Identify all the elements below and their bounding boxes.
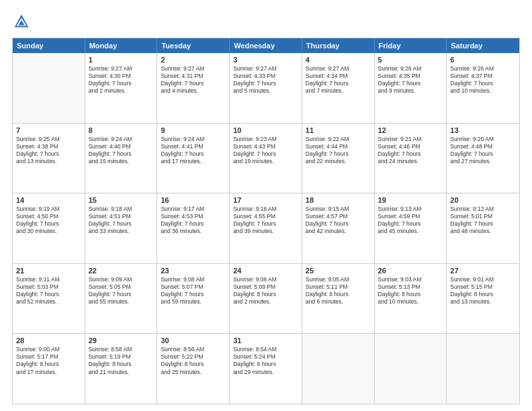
day-number: 2	[161, 56, 226, 64]
cell-info-line: and 10 minutes.	[378, 298, 443, 306]
cell-info-line: Daylight: 7 hours	[450, 80, 516, 87]
calendar-cell	[302, 334, 375, 404]
calendar-cell: 13Sunrise: 9:20 AMSunset: 4:48 PMDayligh…	[447, 124, 519, 193]
day-number: 13	[450, 126, 516, 134]
cell-info-line: Daylight: 7 hours	[161, 80, 226, 87]
cell-info-line: Sunrise: 9:11 AM	[16, 276, 81, 283]
calendar-cell: 11Sunrise: 9:22 AMSunset: 4:44 PMDayligh…	[302, 124, 375, 193]
calendar-cell: 7Sunrise: 9:25 AMSunset: 4:38 PMDaylight…	[13, 124, 85, 193]
cell-info-line: Sunrise: 9:26 AM	[450, 65, 516, 73]
page: SundayMondayTuesdayWednesdayThursdayFrid…	[0, 0, 532, 411]
calendar-cell	[447, 334, 519, 404]
cell-info-line: Sunset: 4:53 PM	[161, 213, 226, 220]
calendar-cell: 16Sunrise: 9:17 AMSunset: 4:53 PMDayligh…	[157, 193, 230, 263]
calendar-cell: 31Sunrise: 8:54 AMSunset: 5:24 PMDayligh…	[230, 334, 302, 404]
day-number: 30	[161, 336, 226, 345]
cell-info-line: Sunrise: 9:20 AM	[450, 136, 516, 143]
cell-info-line: and 19 minutes.	[233, 158, 298, 165]
cell-info-line: Sunset: 5:19 PM	[89, 353, 154, 361]
cell-info-line: Daylight: 7 hours	[161, 220, 226, 228]
cell-info-line: Daylight: 8 hours	[233, 291, 298, 298]
cell-info-line: and 17 minutes.	[16, 369, 81, 376]
cell-info-line: and 48 minutes.	[450, 228, 516, 235]
cell-info-line: Sunset: 4:43 PM	[233, 143, 298, 150]
cell-info-line: Daylight: 8 hours	[89, 361, 154, 368]
calendar-cell: 4Sunrise: 9:27 AMSunset: 4:34 PMDaylight…	[302, 53, 375, 123]
cell-info-line: Sunrise: 9:00 AM	[16, 346, 81, 353]
cell-info-line: Daylight: 7 hours	[89, 220, 154, 228]
cell-info-line: and 9 minutes.	[378, 87, 443, 95]
cell-info-line: and 45 minutes.	[378, 228, 443, 235]
weekday-header: Saturday	[447, 38, 519, 53]
calendar-cell: 10Sunrise: 9:23 AMSunset: 4:43 PMDayligh…	[230, 124, 302, 193]
day-number: 11	[306, 126, 371, 134]
cell-info-line: Sunset: 5:17 PM	[16, 353, 81, 361]
calendar-cell: 5Sunrise: 9:26 AMSunset: 4:35 PMDaylight…	[375, 53, 447, 123]
calendar-cell: 24Sunrise: 9:06 AMSunset: 5:09 PMDayligh…	[230, 264, 302, 334]
cell-info-line: Daylight: 7 hours	[161, 150, 226, 158]
cell-info-line: Sunrise: 9:25 AM	[16, 136, 81, 143]
cell-info-line: Sunrise: 9:19 AM	[16, 205, 81, 213]
day-number: 9	[161, 126, 226, 134]
cell-info-line: Sunrise: 9:27 AM	[306, 65, 371, 73]
cell-info-line: Daylight: 7 hours	[378, 80, 443, 87]
cell-info-line: Sunrise: 9:08 AM	[161, 276, 226, 283]
day-number: 5	[378, 56, 443, 64]
weekday-header: Friday	[375, 38, 447, 53]
cell-info-line: Sunset: 4:51 PM	[89, 213, 154, 220]
cell-info-line: and 15 minutes.	[89, 158, 154, 165]
cell-info-line: and 17 minutes.	[161, 158, 226, 165]
calendar-cell: 22Sunrise: 9:09 AMSunset: 5:05 PMDayligh…	[85, 264, 158, 334]
day-number: 7	[16, 126, 81, 134]
day-number: 21	[16, 267, 81, 275]
cell-info-line: and 30 minutes.	[16, 228, 81, 235]
day-number: 1	[89, 56, 154, 64]
cell-info-line: Sunrise: 9:21 AM	[378, 136, 443, 143]
header	[12, 12, 520, 31]
cell-info-line: Sunset: 4:31 PM	[161, 73, 226, 80]
day-number: 17	[233, 196, 298, 204]
cell-info-line: Sunrise: 9:18 AM	[89, 205, 154, 213]
cell-info-line: Sunrise: 9:16 AM	[233, 205, 298, 213]
calendar-row: 14Sunrise: 9:19 AMSunset: 4:50 PMDayligh…	[13, 193, 519, 263]
calendar-body: 1Sunrise: 9:27 AMSunset: 4:30 PMDaylight…	[13, 53, 519, 404]
cell-info-line: Sunset: 4:46 PM	[378, 143, 443, 150]
cell-info-line: Daylight: 7 hours	[233, 80, 298, 87]
calendar-cell: 9Sunrise: 9:24 AMSunset: 4:41 PMDaylight…	[157, 124, 230, 193]
cell-info-line: Sunset: 5:22 PM	[161, 353, 226, 361]
cell-info-line: Sunset: 4:44 PM	[306, 143, 371, 150]
calendar-cell: 29Sunrise: 8:58 AMSunset: 5:19 PMDayligh…	[85, 334, 158, 404]
cell-info-line: Sunrise: 8:54 AM	[233, 346, 298, 353]
cell-info-line: Sunrise: 9:06 AM	[233, 276, 298, 283]
cell-info-line: Daylight: 7 hours	[378, 150, 443, 158]
cell-info-line: Sunset: 4:40 PM	[89, 143, 154, 150]
cell-info-line: and 24 minutes.	[378, 158, 443, 165]
cell-info-line: Sunrise: 9:01 AM	[450, 276, 516, 283]
day-number: 10	[233, 126, 298, 134]
cell-info-line: Sunset: 5:01 PM	[450, 213, 516, 220]
cell-info-line: Sunrise: 9:12 AM	[450, 205, 516, 213]
cell-info-line: Sunrise: 9:17 AM	[161, 205, 226, 213]
cell-info-line: Sunset: 4:59 PM	[378, 213, 443, 220]
cell-info-line: Sunset: 4:48 PM	[450, 143, 516, 150]
cell-info-line: Sunset: 4:55 PM	[233, 213, 298, 220]
cell-info-line: Daylight: 7 hours	[233, 220, 298, 228]
cell-info-line: and 29 minutes.	[233, 369, 298, 376]
calendar-cell: 12Sunrise: 9:21 AMSunset: 4:46 PMDayligh…	[375, 124, 447, 193]
day-number: 3	[233, 56, 298, 64]
day-number: 28	[16, 336, 81, 345]
calendar-cell: 15Sunrise: 9:18 AMSunset: 4:51 PMDayligh…	[85, 193, 158, 263]
cell-info-line: Sunrise: 9:26 AM	[378, 65, 443, 73]
calendar-cell	[13, 53, 85, 123]
cell-info-line: Sunrise: 9:27 AM	[161, 65, 226, 73]
cell-info-line: Daylight: 8 hours	[378, 291, 443, 298]
cell-info-line: Sunset: 5:15 PM	[450, 283, 516, 291]
day-number: 12	[378, 126, 443, 134]
calendar-cell: 1Sunrise: 9:27 AMSunset: 4:30 PMDaylight…	[85, 53, 158, 123]
cell-info-line: Sunrise: 9:09 AM	[89, 276, 154, 283]
cell-info-line: Daylight: 7 hours	[378, 220, 443, 228]
cell-info-line: Sunset: 4:37 PM	[450, 73, 516, 80]
cell-info-line: and 13 minutes.	[16, 158, 81, 165]
cell-info-line: and 55 minutes.	[89, 298, 154, 306]
calendar-row: 1Sunrise: 9:27 AMSunset: 4:30 PMDaylight…	[13, 53, 519, 123]
